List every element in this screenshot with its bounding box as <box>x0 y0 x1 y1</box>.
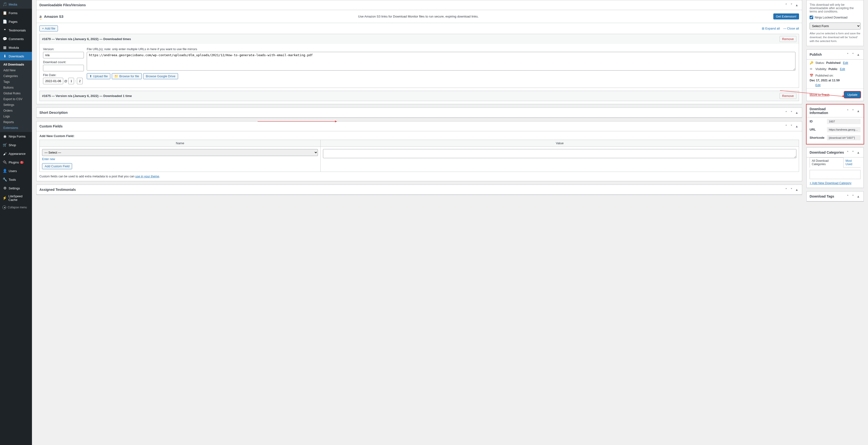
most-used-tab[interactable]: Most Used <box>843 158 861 167</box>
sidebar-unit-tools[interactable]: 🔧Tools <box>0 175 32 184</box>
sidebar-item-reports[interactable]: Reports <box>0 119 32 125</box>
toggle-handle[interactable]: ▴ <box>794 124 799 129</box>
category-list <box>810 170 861 179</box>
toggle-handle[interactable]: ▴ <box>856 108 861 113</box>
version-header: #1679 — Version n/a (January 6, 2022) — … <box>42 37 131 41</box>
file-version-1679: #1679 — Version n/a (January 6, 2022) — … <box>39 34 799 88</box>
file-hour-input[interactable] <box>68 78 74 84</box>
sidebar-item-plugins[interactable]: 🔌Plugins1 <box>0 158 32 167</box>
sidebar-item-pages[interactable]: 📄Pages <box>0 17 32 26</box>
metabox-title: Download Tags <box>810 195 834 198</box>
move-up-handle[interactable]: ˄ <box>845 52 850 57</box>
amazon-icon: a <box>39 14 41 19</box>
move-down-handle[interactable]: ˅ <box>850 52 855 57</box>
move-up-handle[interactable]: ˄ <box>784 124 788 129</box>
enter-new-link[interactable]: Enter new <box>42 158 318 161</box>
move-up-handle[interactable]: ˄ <box>784 110 788 115</box>
update-button[interactable]: Update <box>844 92 861 98</box>
move-up-handle[interactable]: ˄ <box>784 187 788 192</box>
sidebar-item-global-rules[interactable]: Global Rules <box>0 91 32 96</box>
sidebar-item-export-csv[interactable]: Export to CSV <box>0 96 32 102</box>
sidebar-item-orders[interactable]: Orders <box>0 108 32 113</box>
sidebar-item-buttons[interactable]: Buttons <box>0 85 32 91</box>
download-icon: ⬇ <box>2 54 7 59</box>
move-down-handle[interactable]: ˅ <box>850 194 855 199</box>
version-input[interactable] <box>43 52 84 58</box>
move-down-handle[interactable]: ˅ <box>789 124 794 129</box>
sidebar-item-shop[interactable]: 🛒Shop <box>0 141 32 149</box>
add-new-category-link[interactable]: + Add New Download Category <box>807 181 863 188</box>
add-custom-field-button[interactable]: Add Custom Field <box>42 163 72 169</box>
move-up-handle[interactable]: ˄ <box>784 3 788 7</box>
sidebar-item-appearance[interactable]: 🖌Appearance <box>0 149 32 158</box>
upload-label: Upload file <box>93 74 108 78</box>
sidebar-item-tags[interactable]: Tags <box>0 79 32 85</box>
sidebar-item-modula[interactable]: ▦Modula <box>0 43 32 52</box>
edit-date-link[interactable]: Edit <box>815 83 861 87</box>
add-file-button[interactable]: +Add file <box>39 26 58 31</box>
sidebar-item-categories[interactable]: Categories <box>0 73 32 79</box>
edit-status-link[interactable]: Edit <box>843 61 848 65</box>
move-down-handle[interactable]: ˅ <box>850 108 855 113</box>
ninja-locked-checkbox-label[interactable]: Ninja Locked Download <box>810 15 861 19</box>
move-down-handle[interactable]: ˅ <box>850 150 855 155</box>
edit-visibility-link[interactable]: Edit <box>840 67 845 71</box>
forms-icon: 📋 <box>2 10 7 15</box>
status-label: Status: <box>815 61 825 65</box>
sidebar-item-comments[interactable]: 💬Comments <box>0 35 32 43</box>
move-to-trash-link[interactable]: Move to Trash <box>810 93 829 97</box>
move-down-handle[interactable]: ˅ <box>789 187 794 192</box>
remove-version-button[interactable]: Remove <box>780 36 796 42</box>
toggle-handle[interactable]: ▴ <box>856 194 861 199</box>
move-up-handle[interactable]: ˄ <box>845 108 850 113</box>
file-date-label: File Date: <box>43 73 84 77</box>
move-up-handle[interactable]: ˄ <box>845 150 850 155</box>
file-urls-label: File URL(s); note: only enter multiple U… <box>87 47 796 51</box>
toggle-handle[interactable]: ▴ <box>794 187 799 192</box>
move-down-handle[interactable]: ˅ <box>789 3 794 7</box>
sidebar-item-all-downloads[interactable]: All Downloads <box>0 62 32 67</box>
close-all-link[interactable]: —Close all <box>783 27 799 30</box>
custom-field-value-textarea[interactable] <box>323 149 796 158</box>
sidebar-item-extensions[interactable]: Extensions <box>0 125 32 131</box>
sidebar-item-label: Forms <box>9 11 18 15</box>
ninja-locked-checkbox[interactable] <box>810 15 813 19</box>
all-categories-tab[interactable]: All Download Categories <box>810 158 843 168</box>
toggle-handle[interactable]: ▴ <box>856 150 861 155</box>
file-minute-input[interactable] <box>77 78 83 84</box>
file-urls-textarea[interactable]: https://andreea.georgeciobanu.com/wp-con… <box>87 52 796 71</box>
remove-version-button[interactable]: Remove <box>780 93 796 99</box>
sidebar-item-testimonials[interactable]: ❝Testimonials <box>0 26 32 35</box>
browse-file-button[interactable]: 📁Browse for file <box>112 73 142 79</box>
download-count-input[interactable] <box>43 65 84 71</box>
toggle-handle[interactable]: ▴ <box>794 3 799 7</box>
sidebar-item-forms[interactable]: 📋Forms <box>0 9 32 17</box>
select-form-dropdown[interactable]: Select Form <box>810 23 861 30</box>
toggle-handle[interactable]: ▴ <box>794 110 799 115</box>
move-up-handle[interactable]: ˄ <box>845 194 850 199</box>
toggle-handle[interactable]: ▴ <box>856 52 861 57</box>
move-down-handle[interactable]: ˅ <box>789 110 794 115</box>
file-date-input[interactable] <box>43 78 63 84</box>
sidebar-item-ninja-forms[interactable]: ◉Ninja Forms <box>0 132 32 141</box>
key-icon: 🔑 <box>810 61 814 65</box>
sidebar-item-logs[interactable]: Logs <box>0 113 32 119</box>
expand-all-link[interactable]: ⊞Expand all <box>762 27 780 30</box>
sidebar-item-media[interactable]: 🎵Media <box>0 0 32 9</box>
sidebar-item-add-new[interactable]: Add New <box>0 67 32 73</box>
sidebar-item-downloads[interactable]: ⬇Downloads <box>0 52 32 61</box>
sidebar-item-label: Testimonials <box>9 29 26 32</box>
upload-file-button[interactable]: ⬆Upload file <box>87 73 110 79</box>
sidebar-item-label: Shop <box>9 143 16 147</box>
get-extension-button[interactable]: Get Extension! <box>773 13 799 20</box>
collapse-menu[interactable]: ◀Collapse menu <box>0 204 32 211</box>
at-separator: @ <box>64 79 67 83</box>
sidebar-item-users[interactable]: 👤Users <box>0 167 32 175</box>
sidebar-item-litespeed[interactable]: ⚡LiteSpeed Cache <box>0 193 32 204</box>
id-value: 1607 <box>827 119 861 124</box>
sidebar-item-settings-main[interactable]: ⚙Settings <box>0 184 32 193</box>
use-in-theme-link[interactable]: use in your theme <box>135 175 159 178</box>
sidebar-item-settings[interactable]: Settings <box>0 102 32 108</box>
browse-gdrive-button[interactable]: Browse Google Drive <box>143 73 178 79</box>
custom-field-name-select[interactable]: — Select — <box>42 149 318 156</box>
